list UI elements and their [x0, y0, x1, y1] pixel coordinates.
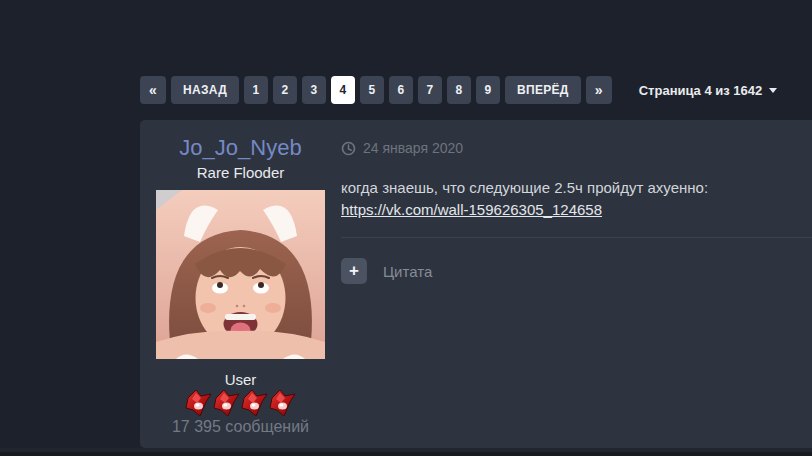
username-link[interactable]: Jo_Jo_Nyeb [140, 135, 341, 161]
post-date: 24 января 2020 [363, 140, 463, 156]
pagination-page-6[interactable]: 6 [389, 76, 413, 104]
post-card: Jo_Jo_Nyeb Rare Flooder [140, 120, 812, 448]
pagination-page-5[interactable]: 5 [360, 76, 384, 104]
pagination-page-9[interactable]: 9 [476, 76, 500, 104]
post-count: 17 395 сообщений [140, 418, 341, 436]
pagination-next-button[interactable]: ВПЕРЁД [505, 76, 581, 104]
reputation-pip-icon [269, 389, 297, 417]
pagination-page-7[interactable]: 7 [418, 76, 442, 104]
pagination-bar: « НАЗАД 123456789 ВПЕРЁД » Страница 4 из… [140, 76, 777, 104]
clock-icon [341, 141, 356, 156]
post-date-row: 24 января 2020 [341, 140, 463, 156]
page-jump-label: Страница 4 из 1642 [639, 83, 763, 98]
page-footer-strip [0, 448, 812, 456]
pagination-page-4[interactable]: 4 [331, 76, 355, 104]
pagination-page-2[interactable]: 2 [273, 76, 297, 104]
pagination-last-button[interactable]: » [586, 76, 612, 104]
reputation-pip-icon [213, 389, 241, 417]
pagination-page-8[interactable]: 8 [447, 76, 471, 104]
pagination-page-1[interactable]: 1 [244, 76, 268, 104]
post-link[interactable]: https://vk.com/wall-159626305_124658 [341, 201, 602, 218]
author-pane: Jo_Jo_Nyeb Rare Flooder [140, 120, 341, 448]
quote-row: + Цитата [341, 258, 432, 284]
pagination-prev-button[interactable]: НАЗАД [171, 76, 239, 104]
post-divider [341, 237, 812, 238]
post-content-pane: 24 января 2020 когда знаешь, что следующ… [341, 120, 812, 448]
pagination-first-button[interactable]: « [140, 76, 166, 104]
group-label: User [140, 371, 341, 388]
quote-button[interactable]: Цитата [383, 263, 432, 280]
avatar[interactable] [156, 190, 325, 359]
reputation-pips [140, 389, 341, 417]
multiquote-plus-button[interactable]: + [341, 258, 367, 284]
reputation-pip-icon [185, 389, 213, 417]
post-text: когда знаешь, что следующие 2.5ч пройдут… [341, 179, 708, 196]
pagination-pages: 123456789 [244, 76, 500, 104]
page-jump-dropdown[interactable]: Страница 4 из 1642 [639, 83, 778, 98]
rank-label: Rare Flooder [140, 164, 341, 181]
chevron-down-icon [769, 88, 777, 93]
pagination-page-3[interactable]: 3 [302, 76, 326, 104]
reputation-pip-icon [241, 389, 269, 417]
